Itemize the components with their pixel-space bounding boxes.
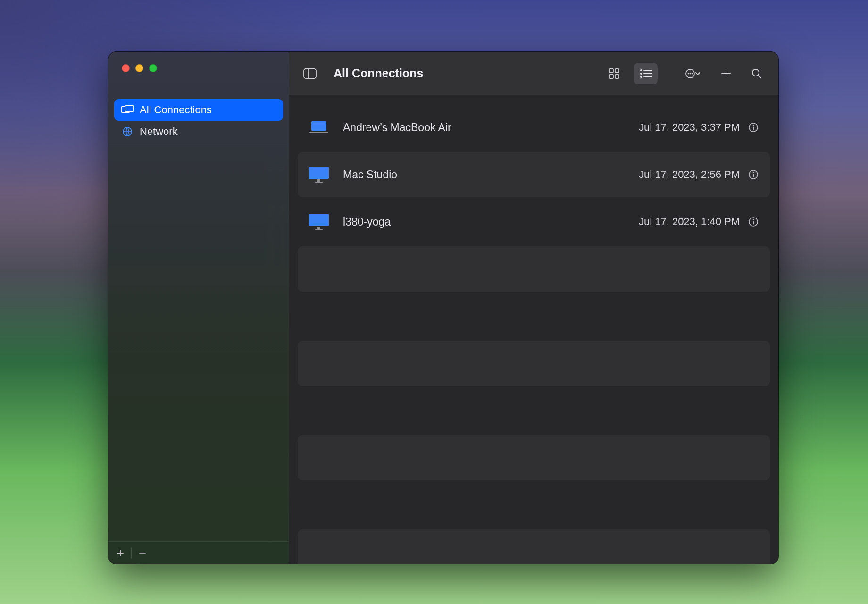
svg-rect-6	[615, 69, 619, 73]
main-pane: All Connections	[289, 52, 778, 564]
sidebar-footer	[108, 541, 289, 564]
divider	[131, 548, 132, 558]
zoom-button[interactable]	[149, 64, 157, 72]
sidebar-item-all-connections[interactable]: All Connections	[114, 99, 283, 121]
page-title: All Connections	[334, 67, 423, 80]
svg-point-18	[692, 73, 693, 74]
empty-row	[298, 294, 770, 339]
list-view-button[interactable]	[634, 63, 658, 84]
app-window: All Connections Network	[108, 52, 778, 564]
empty-row	[298, 435, 770, 480]
toolbar: All Connections	[289, 52, 778, 95]
toggle-sidebar-button[interactable]	[298, 63, 322, 84]
sidebar-remove-button[interactable]	[135, 546, 150, 560]
svg-point-9	[640, 69, 642, 71]
add-button[interactable]	[715, 63, 737, 84]
sidebar-add-button[interactable]	[113, 546, 127, 560]
svg-rect-8	[615, 75, 619, 78]
svg-rect-1	[125, 106, 134, 111]
connection-date: Jul 17, 2023, 1:40 PM	[639, 216, 740, 228]
empty-row	[298, 388, 770, 433]
screens-icon	[121, 105, 134, 115]
svg-rect-21	[311, 121, 326, 131]
svg-rect-32	[309, 214, 329, 226]
svg-point-11	[640, 76, 642, 78]
sidebar-item-label: Network	[140, 126, 178, 138]
svg-rect-26	[309, 167, 329, 179]
connection-row[interactable]: Mac Studio Jul 17, 2023, 2:56 PM	[298, 152, 770, 197]
svg-rect-28	[315, 182, 323, 183]
connection-date: Jul 17, 2023, 2:56 PM	[639, 168, 740, 181]
connection-name: l380-yoga	[343, 216, 639, 228]
svg-point-36	[753, 219, 754, 220]
svg-point-10	[640, 73, 642, 75]
svg-rect-25	[753, 127, 754, 130]
empty-row	[298, 529, 770, 564]
laptop-icon	[305, 120, 333, 134]
connection-name: Mac Studio	[343, 168, 639, 181]
svg-rect-27	[317, 179, 320, 182]
svg-rect-31	[753, 174, 754, 177]
display-icon	[305, 213, 333, 231]
info-button[interactable]	[746, 120, 760, 134]
window-controls	[108, 52, 289, 95]
connection-name: Andrew’s MacBook Air	[343, 121, 639, 134]
info-button[interactable]	[746, 168, 760, 182]
connection-row[interactable]: Andrew’s MacBook Air Jul 17, 2023, 3:37 …	[298, 105, 770, 150]
sidebar-nav: All Connections Network	[108, 95, 289, 143]
search-button[interactable]	[745, 63, 768, 84]
svg-rect-7	[609, 75, 613, 78]
connection-date: Jul 17, 2023, 3:37 PM	[639, 121, 740, 134]
display-icon	[305, 166, 333, 184]
svg-point-16	[688, 73, 689, 74]
grid-view-button[interactable]	[603, 63, 626, 84]
empty-row	[298, 482, 770, 528]
empty-row	[298, 246, 770, 292]
svg-point-30	[753, 172, 754, 173]
svg-rect-37	[753, 221, 754, 225]
minimize-button[interactable]	[135, 64, 143, 72]
svg-rect-22	[309, 132, 328, 133]
svg-rect-34	[315, 229, 323, 230]
connection-row[interactable]: l380-yoga Jul 17, 2023, 1:40 PM	[298, 199, 770, 244]
svg-rect-33	[317, 226, 320, 229]
sidebar: All Connections Network	[108, 52, 289, 564]
svg-point-17	[690, 73, 691, 74]
close-button[interactable]	[122, 64, 130, 72]
connection-list: Andrew’s MacBook Air Jul 17, 2023, 3:37 …	[289, 95, 778, 564]
globe-icon	[121, 126, 134, 137]
svg-line-20	[759, 75, 761, 78]
sidebar-item-network[interactable]: Network	[114, 121, 283, 143]
empty-row	[298, 341, 770, 386]
svg-rect-5	[609, 69, 613, 73]
more-menu-button[interactable]	[679, 63, 707, 84]
info-button[interactable]	[746, 215, 760, 229]
svg-rect-3	[304, 69, 316, 78]
sidebar-item-label: All Connections	[140, 104, 212, 116]
svg-point-24	[753, 125, 754, 126]
